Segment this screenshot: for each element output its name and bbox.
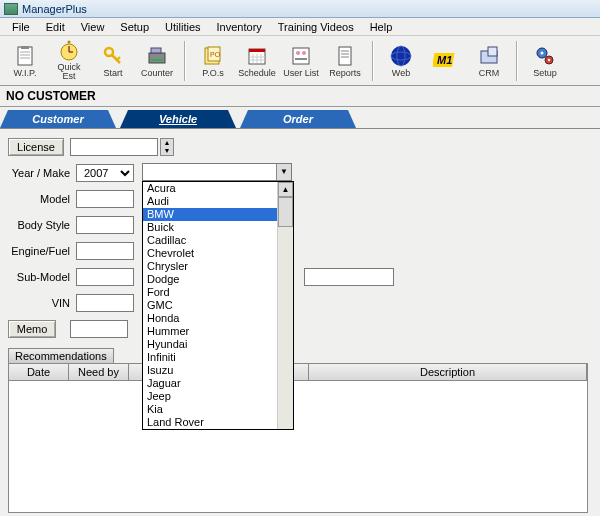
model-label: Model xyxy=(8,193,76,205)
license-button[interactable]: License xyxy=(8,138,64,156)
svg-point-8 xyxy=(68,41,71,44)
col-description[interactable]: Description xyxy=(309,364,587,380)
po-icon: PO xyxy=(201,44,225,68)
enginefuel-input[interactable] xyxy=(76,242,134,260)
menu-edit[interactable]: Edit xyxy=(38,19,73,35)
svg-point-26 xyxy=(296,51,300,55)
svg-point-27 xyxy=(302,51,306,55)
toolbar-start-button[interactable]: Start xyxy=(92,39,134,83)
tab-vehicle[interactable]: Vehicle xyxy=(128,110,228,128)
toolbar-web-button[interactable]: Web xyxy=(380,39,422,83)
make-option[interactable]: Hyundai xyxy=(143,338,293,351)
svg-rect-28 xyxy=(295,58,307,60)
scroll-up-icon[interactable]: ▲ xyxy=(278,182,293,197)
menu-utilities[interactable]: Utilities xyxy=(157,19,208,35)
svg-point-9 xyxy=(105,48,113,56)
make-option[interactable]: Buick xyxy=(143,221,293,234)
svg-rect-1 xyxy=(21,46,29,49)
menu-view[interactable]: View xyxy=(73,19,113,35)
year-select[interactable]: 2007 xyxy=(76,164,134,182)
recommendations-table-head: Date Need by Description xyxy=(9,364,587,381)
make-option[interactable]: Infiniti xyxy=(143,351,293,364)
toolbar-crm-button[interactable]: CRM xyxy=(468,39,510,83)
make-option[interactable]: Chevrolet xyxy=(143,247,293,260)
svg-rect-19 xyxy=(249,49,265,52)
svg-point-33 xyxy=(391,46,411,66)
make-option[interactable]: Cadillac xyxy=(143,234,293,247)
key-icon xyxy=(101,44,125,68)
toolbar-userlist-button[interactable]: User List xyxy=(280,39,322,83)
toolbar-separator xyxy=(372,41,374,81)
clipboard-icon xyxy=(13,44,37,68)
col-needby[interactable]: Need by xyxy=(69,364,129,380)
enginefuel-label: Engine/Fuel xyxy=(8,245,76,257)
submodel-extra-input[interactable] xyxy=(304,268,394,286)
make-select[interactable]: ▼ xyxy=(142,163,292,181)
svg-rect-13 xyxy=(151,48,161,53)
make-option[interactable]: Isuzu xyxy=(143,364,293,377)
dropdown-arrow-icon[interactable]: ▼ xyxy=(276,164,291,180)
bodystyle-input[interactable] xyxy=(76,216,134,234)
tab-customer[interactable]: Customer xyxy=(8,110,108,128)
toolbar: W.I.P. Quick Est Start Counter PO P.O.s … xyxy=(0,36,600,86)
gear-icon xyxy=(533,44,557,68)
memo-button[interactable]: Memo xyxy=(8,320,56,338)
license-input[interactable] xyxy=(70,138,158,156)
toolbar-reports-button[interactable]: Reports xyxy=(324,39,366,83)
toolbar-pos-button[interactable]: PO P.O.s xyxy=(192,39,234,83)
customer-status: NO CUSTOMER xyxy=(0,86,600,107)
scroll-thumb[interactable] xyxy=(278,197,293,227)
col-date[interactable]: Date xyxy=(9,364,69,380)
make-option[interactable]: Jaguar xyxy=(143,377,293,390)
make-option[interactable]: GMC xyxy=(143,299,293,312)
svg-rect-29 xyxy=(339,47,351,65)
menu-help[interactable]: Help xyxy=(362,19,401,35)
spinner-down-icon[interactable]: ▼ xyxy=(161,147,173,155)
toolbar-setup-button[interactable]: Setup xyxy=(524,39,566,83)
make-option[interactable]: BMW xyxy=(143,208,293,221)
svg-text:PO: PO xyxy=(210,51,221,58)
toolbar-wip-button[interactable]: W.I.P. xyxy=(4,39,46,83)
make-option[interactable]: Ford xyxy=(143,286,293,299)
svg-point-42 xyxy=(548,58,550,60)
tab-row: Customer Vehicle Order xyxy=(0,107,600,129)
submodel-input[interactable] xyxy=(76,268,134,286)
recommendations-header: Recommendations xyxy=(8,348,114,364)
tab-order[interactable]: Order xyxy=(248,110,348,128)
svg-point-40 xyxy=(541,51,544,54)
make-option[interactable]: Hummer xyxy=(143,325,293,338)
menu-inventory[interactable]: Inventory xyxy=(209,19,270,35)
menu-training[interactable]: Training Videos xyxy=(270,19,362,35)
make-option[interactable]: Land Rover xyxy=(143,416,293,429)
menu-setup[interactable]: Setup xyxy=(112,19,157,35)
model-input[interactable] xyxy=(76,190,134,208)
menubar: File Edit View Setup Utilities Inventory… xyxy=(0,18,600,36)
vin-input[interactable] xyxy=(76,294,134,312)
make-dropdown-list[interactable]: ▲ AcuraAudiBMWBuickCadillacChevroletChry… xyxy=(142,181,294,430)
make-option[interactable]: Jeep xyxy=(143,390,293,403)
toolbar-counter-button[interactable]: Counter xyxy=(136,39,178,83)
make-select-value xyxy=(143,164,276,180)
spinner-up-icon[interactable]: ▲ xyxy=(161,139,173,147)
calendar-icon xyxy=(245,44,269,68)
toolbar-quickest-button[interactable]: Quick Est xyxy=(48,39,90,83)
make-option[interactable]: Audi xyxy=(143,195,293,208)
crm-icon xyxy=(477,44,501,68)
make-option[interactable]: Dodge xyxy=(143,273,293,286)
toolbar-schedule-button[interactable]: Schedule xyxy=(236,39,278,83)
dropdown-scrollbar[interactable]: ▲ xyxy=(277,182,293,429)
menu-file[interactable]: File xyxy=(4,19,38,35)
make-option[interactable]: Acura xyxy=(143,182,293,195)
app-icon xyxy=(4,3,18,15)
toolbar-m1-button[interactable]: M1 xyxy=(424,39,466,83)
recommendations-section: Recommendations Date Need by Description xyxy=(8,347,592,513)
make-option[interactable]: Chrysler xyxy=(143,260,293,273)
memo-input[interactable] xyxy=(70,320,128,338)
window-title: ManagerPlus xyxy=(22,3,87,15)
make-option[interactable]: Honda xyxy=(143,312,293,325)
license-spinner[interactable]: ▲▼ xyxy=(160,138,174,156)
submodel-label: Sub-Model xyxy=(8,271,76,283)
globe-icon xyxy=(389,44,413,68)
titlebar: ManagerPlus xyxy=(0,0,600,18)
make-option[interactable]: Kia xyxy=(143,403,293,416)
